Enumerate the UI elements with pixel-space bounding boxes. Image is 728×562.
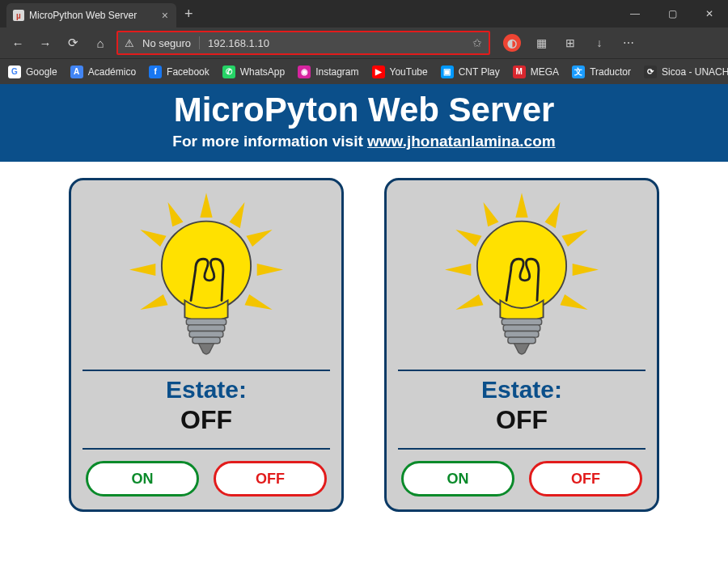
svg-marker-17 bbox=[573, 264, 599, 276]
tab-favicon: µ bbox=[13, 10, 24, 21]
page-content: MicroPyton Web Server For more informati… bbox=[0, 84, 728, 528]
button-row: ONOFF bbox=[398, 448, 645, 497]
svg-marker-7 bbox=[129, 264, 155, 276]
svg-rect-13 bbox=[193, 337, 220, 344]
cards-row: Estate:OFFONOFF Estate:OFFONOFF bbox=[0, 162, 728, 528]
subtitle-prefix: For more information visit bbox=[172, 133, 367, 150]
svg-rect-26 bbox=[505, 332, 539, 338]
subtitle-link[interactable]: www.jhonatanlamina.com bbox=[367, 133, 556, 150]
bookmark-item[interactable]: ⟳Sicoa - UNACH bbox=[644, 65, 728, 78]
bookmark-label: Académico bbox=[88, 66, 136, 78]
bookmark-item[interactable]: ✆WhatsApp bbox=[222, 65, 285, 78]
extensions-puzzle-icon[interactable]: ⊞ bbox=[561, 34, 579, 52]
button-row: ONOFF bbox=[83, 448, 330, 497]
window-maximize-button[interactable]: ▢ bbox=[654, 0, 691, 27]
bookmark-favicon: M bbox=[513, 65, 526, 78]
on-button[interactable]: ON bbox=[401, 461, 514, 497]
svg-rect-12 bbox=[189, 332, 223, 338]
svg-marker-20 bbox=[455, 230, 481, 247]
security-warning-text: No seguro bbox=[142, 37, 191, 49]
more-menu-icon[interactable]: ⋯ bbox=[620, 34, 637, 52]
status-value: OFF bbox=[180, 405, 232, 435]
security-warning-icon: ⚠ bbox=[125, 37, 134, 49]
bookmarks-bar: GGoogleAAcadémicofFacebook✆WhatsApp◉Inst… bbox=[0, 58, 728, 84]
bulb-illustration bbox=[121, 188, 291, 366]
nav-reload-button[interactable]: ⟳ bbox=[61, 32, 84, 54]
svg-point-23 bbox=[477, 222, 566, 311]
nav-forward-button[interactable]: → bbox=[34, 32, 57, 54]
on-button[interactable]: ON bbox=[86, 461, 199, 497]
page-title: MicroPyton Web Server bbox=[0, 91, 728, 129]
off-button[interactable]: OFF bbox=[214, 461, 327, 497]
new-tab-button[interactable]: + bbox=[176, 6, 201, 23]
status-label: Estate: bbox=[398, 370, 645, 404]
bookmark-favicon: G bbox=[8, 65, 21, 78]
bookmark-item[interactable]: ◉Instagram bbox=[298, 65, 358, 78]
browser-toolbar: ← → ⟳ ⌂ ⚠ No seguro 192.168.1.10 ✩ ◐ ▦ ⊞… bbox=[0, 27, 728, 58]
window-controls: ― ▢ ✕ bbox=[616, 0, 728, 27]
svg-rect-10 bbox=[186, 319, 226, 325]
bookmark-favicon: A bbox=[70, 65, 83, 78]
window-close-button[interactable]: ✕ bbox=[691, 0, 728, 27]
bookmark-item[interactable]: 文Traductor bbox=[572, 65, 631, 78]
bookmark-label: YouTube bbox=[390, 66, 428, 78]
bookmark-label: CNT Play bbox=[459, 66, 500, 78]
nav-home-button[interactable]: ⌂ bbox=[89, 32, 112, 54]
bookmark-favicon: ⟳ bbox=[644, 65, 657, 78]
bookmark-label: Sicoa - UNACH bbox=[662, 66, 728, 78]
device-card: Estate:OFFONOFF bbox=[69, 178, 344, 512]
svg-rect-25 bbox=[503, 325, 540, 332]
address-separator bbox=[199, 36, 200, 49]
svg-rect-11 bbox=[188, 325, 225, 332]
bookmark-item[interactable]: ▣CNT Play bbox=[441, 65, 500, 78]
svg-marker-21 bbox=[445, 264, 471, 276]
lightbulb-icon bbox=[129, 192, 283, 362]
svg-marker-2 bbox=[246, 230, 272, 247]
svg-rect-24 bbox=[502, 319, 541, 325]
bookmark-item[interactable]: ▶YouTube bbox=[372, 65, 428, 78]
window-minimize-button[interactable]: ― bbox=[616, 0, 654, 27]
svg-marker-19 bbox=[484, 202, 499, 226]
bookmark-item[interactable]: GGoogle bbox=[8, 65, 57, 78]
adblock-icon[interactable]: ◐ bbox=[503, 34, 521, 52]
status-label: Estate: bbox=[83, 370, 330, 404]
bookmark-label: Facebook bbox=[167, 66, 210, 78]
svg-point-9 bbox=[162, 222, 251, 311]
bookmark-item[interactable]: AAcadémico bbox=[70, 65, 136, 78]
address-bar[interactable]: ⚠ No seguro 192.168.1.10 ✩ bbox=[116, 31, 490, 55]
bookmark-label: WhatsApp bbox=[240, 66, 285, 78]
nav-back-button[interactable]: ← bbox=[6, 32, 29, 54]
bookmark-favicon: f bbox=[149, 65, 162, 78]
svg-marker-1 bbox=[230, 202, 245, 228]
svg-marker-14 bbox=[515, 193, 527, 218]
qr-extension-icon[interactable]: ▦ bbox=[532, 34, 550, 52]
bookmark-favicon: ◉ bbox=[298, 65, 311, 78]
svg-marker-5 bbox=[168, 202, 184, 226]
bookmark-item[interactable]: MMEGA bbox=[513, 65, 559, 78]
svg-marker-6 bbox=[140, 230, 166, 247]
browser-tab[interactable]: µ MicroPython Web Server × bbox=[6, 3, 176, 27]
favorite-star-icon[interactable]: ✩ bbox=[472, 36, 482, 49]
svg-rect-27 bbox=[508, 337, 535, 344]
downloads-icon[interactable]: ↓ bbox=[590, 34, 608, 52]
svg-marker-16 bbox=[561, 230, 587, 247]
off-button[interactable]: OFF bbox=[529, 461, 642, 497]
bookmark-label: Google bbox=[26, 66, 57, 78]
svg-marker-18 bbox=[561, 294, 588, 310]
bookmark-favicon: ✆ bbox=[222, 65, 235, 78]
bookmark-favicon: 文 bbox=[572, 65, 585, 78]
bookmark-label: MEGA bbox=[531, 66, 559, 78]
svg-marker-22 bbox=[455, 294, 483, 310]
svg-marker-0 bbox=[200, 193, 212, 218]
bulb-illustration bbox=[437, 188, 607, 366]
address-url-text: 192.168.1.10 bbox=[208, 37, 464, 49]
tab-close-icon[interactable]: × bbox=[162, 10, 168, 21]
page-subtitle: For more information visit www.jhonatanl… bbox=[0, 133, 728, 150]
svg-marker-3 bbox=[257, 264, 283, 276]
page-header: MicroPyton Web Server For more informati… bbox=[0, 84, 728, 162]
status-value: OFF bbox=[496, 405, 548, 435]
bookmark-label: Instagram bbox=[315, 66, 358, 78]
bookmark-item[interactable]: fFacebook bbox=[149, 65, 210, 78]
extension-icons: ◐ ▦ ⊞ ↓ ⋯ bbox=[503, 34, 637, 52]
svg-marker-8 bbox=[140, 294, 167, 310]
